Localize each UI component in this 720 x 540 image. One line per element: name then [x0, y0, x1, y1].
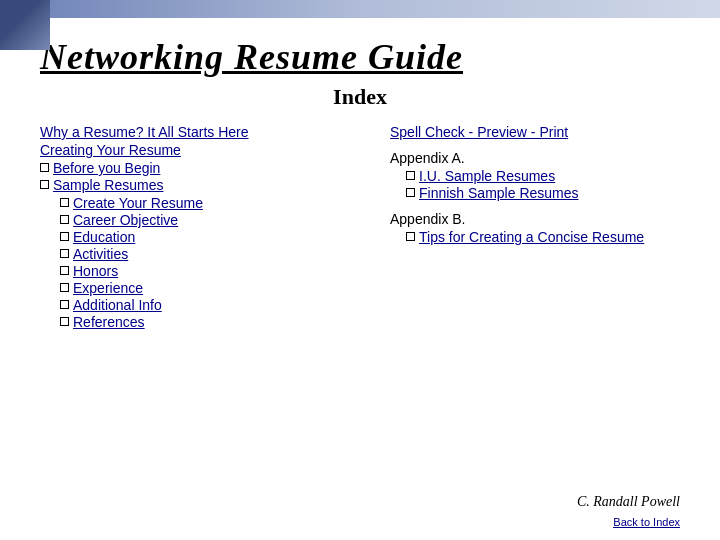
appendix-b-section: Appendix B. Tips for Creating a Concise … — [390, 211, 680, 245]
square-bullet-icon — [406, 188, 415, 197]
education-item[interactable]: Education — [60, 229, 360, 245]
before-you-begin-link[interactable]: Before you Begin — [53, 160, 160, 176]
sample-resumes-link[interactable]: Sample Resumes — [53, 177, 164, 193]
create-your-resume-link[interactable]: Create Your Resume — [73, 195, 203, 211]
top-bar — [0, 0, 720, 18]
open-square-icon — [60, 266, 69, 275]
iu-sample-resumes-link[interactable]: I.U. Sample Resumes — [419, 168, 555, 184]
career-objective-item[interactable]: Career Objective — [60, 212, 360, 228]
open-square-icon — [60, 283, 69, 292]
activities-link[interactable]: Activities — [73, 246, 128, 262]
square-bullet-icon — [406, 171, 415, 180]
creating-resume-anchor[interactable]: Creating Your Resume — [40, 142, 181, 158]
appendix-b-label: Appendix B. — [390, 211, 680, 227]
honors-link[interactable]: Honors — [73, 263, 118, 279]
author-credit: C. Randall Powell — [577, 494, 680, 510]
education-link[interactable]: Education — [73, 229, 135, 245]
honors-item[interactable]: Honors — [60, 263, 360, 279]
square-bullet-icon — [40, 180, 49, 189]
before-you-begin-item[interactable]: Before you Begin — [40, 160, 360, 176]
spell-check-anchor[interactable]: Spell Check - Preview - Print — [390, 124, 568, 140]
open-square-icon — [60, 232, 69, 241]
experience-item[interactable]: Experience — [60, 280, 360, 296]
open-square-icon — [60, 317, 69, 326]
finnish-sample-resumes-link[interactable]: Finnish Sample Resumes — [419, 185, 579, 201]
career-objective-link[interactable]: Career Objective — [73, 212, 178, 228]
create-your-resume-item[interactable]: Create Your Resume — [60, 195, 360, 211]
references-link[interactable]: References — [73, 314, 145, 330]
creating-resume-link[interactable]: Creating Your Resume — [40, 142, 360, 158]
appendix-b-list: Tips for Creating a Concise Resume — [390, 229, 680, 245]
spell-check-section: Spell Check - Preview - Print — [390, 124, 680, 140]
why-resume-link[interactable]: Why a Resume? It All Starts Here — [40, 124, 360, 140]
open-square-icon — [60, 300, 69, 309]
tips-concise-resume-item[interactable]: Tips for Creating a Concise Resume — [406, 229, 680, 245]
tips-concise-resume-link[interactable]: Tips for Creating a Concise Resume — [419, 229, 644, 245]
corner-decoration — [0, 0, 50, 50]
index-heading: Index — [40, 84, 680, 110]
sub-bullet-list: Create Your Resume Career Objective Educ… — [40, 195, 360, 330]
additional-info-item[interactable]: Additional Info — [60, 297, 360, 313]
back-to-index-link[interactable]: Back to Index — [613, 516, 680, 528]
sample-resumes-item[interactable]: Sample Resumes — [40, 177, 360, 193]
page-title: Networking Resume Guide — [40, 36, 680, 78]
why-resume-anchor[interactable]: Why a Resume? It All Starts Here — [40, 124, 249, 140]
additional-info-link[interactable]: Additional Info — [73, 297, 162, 313]
square-bullet-icon — [40, 163, 49, 172]
appendix-a-list: I.U. Sample Resumes Finnish Sample Resum… — [390, 168, 680, 201]
right-column: Spell Check - Preview - Print Appendix A… — [390, 124, 680, 246]
appendix-a-section: Appendix A. I.U. Sample Resumes Finnish … — [390, 150, 680, 201]
experience-link[interactable]: Experience — [73, 280, 143, 296]
spell-check-link[interactable]: Spell Check - Preview - Print — [390, 124, 680, 140]
square-bullet-icon — [406, 232, 415, 241]
open-square-icon — [60, 198, 69, 207]
references-item[interactable]: References — [60, 314, 360, 330]
left-column: Why a Resume? It All Starts Here Creatin… — [40, 124, 360, 331]
main-bullet-list: Before you Begin Sample Resumes — [40, 160, 360, 193]
iu-sample-resumes-item[interactable]: I.U. Sample Resumes — [406, 168, 680, 184]
back-to-index-anchor[interactable]: Back to Index — [613, 516, 680, 528]
open-square-icon — [60, 249, 69, 258]
activities-item[interactable]: Activities — [60, 246, 360, 262]
open-square-icon — [60, 215, 69, 224]
appendix-a-label: Appendix A. — [390, 150, 680, 166]
finnish-sample-resumes-item[interactable]: Finnish Sample Resumes — [406, 185, 680, 201]
